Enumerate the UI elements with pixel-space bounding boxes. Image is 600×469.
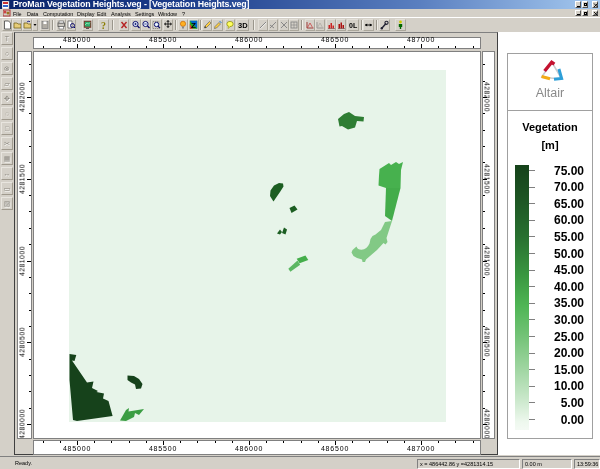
- svg-text:?: ?: [101, 20, 106, 30]
- svg-text:3D: 3D: [238, 21, 248, 30]
- svg-text:0L: 0L: [349, 22, 358, 29]
- svg-text:Z: Z: [191, 21, 196, 30]
